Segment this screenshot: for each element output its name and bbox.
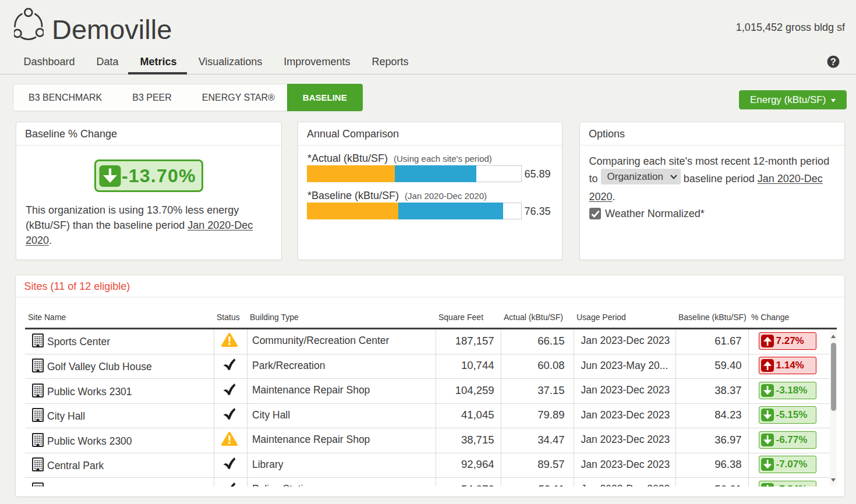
svg-text:?: ? [830,57,836,67]
